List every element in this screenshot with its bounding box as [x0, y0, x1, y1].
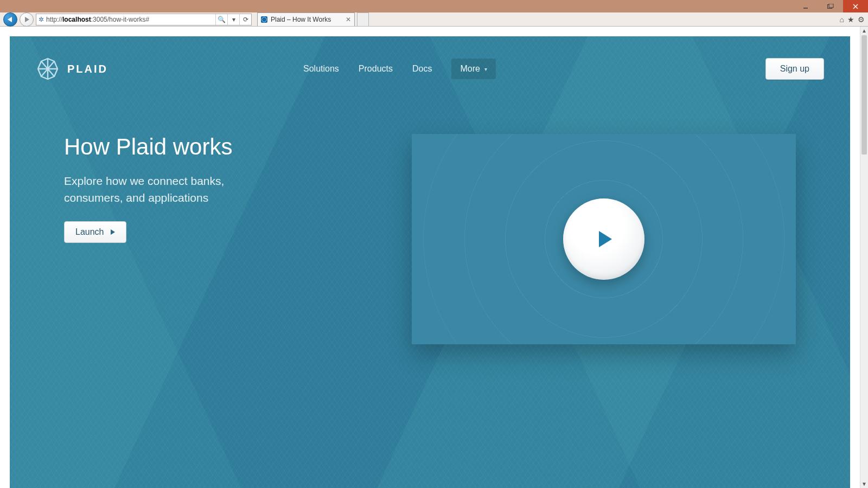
toolbar-right: ⌂ ★ ⚙ — [840, 12, 865, 27]
page-viewport: PLAID Solutions Products Docs More ▾ Sig… — [0, 27, 860, 488]
hero-section: How Plaid works Explore how we connect b… — [10, 101, 850, 344]
refresh-icon[interactable]: ⟳ — [239, 14, 251, 25]
tab-title: Plaid – How It Works — [271, 16, 331, 23]
dropdown-icon[interactable]: ▾ — [227, 14, 239, 25]
browser-tab[interactable]: Plaid – How It Works ✕ — [257, 12, 355, 26]
window-titlebar — [0, 0, 868, 12]
nav-more[interactable]: More ▾ — [451, 59, 495, 79]
primary-nav: Solutions Products Docs More ▾ — [303, 59, 496, 79]
url-path: :3005/how-it-works# — [91, 16, 149, 23]
video-preview[interactable] — [412, 134, 796, 344]
svg-rect-2 — [829, 4, 833, 8]
tab-favicon-icon — [261, 16, 267, 23]
home-icon[interactable]: ⌂ — [840, 15, 844, 24]
plaid-logo-icon — [36, 57, 60, 81]
nav-more-label: More — [460, 64, 480, 74]
arrow-left-icon — [8, 17, 12, 22]
chevron-down-icon: ▾ — [484, 66, 487, 72]
nav-forward-button[interactable] — [20, 12, 34, 27]
nav-products[interactable]: Products — [359, 64, 393, 74]
url-scheme: http:// — [46, 16, 62, 23]
scroll-down-icon[interactable]: ▼ — [860, 480, 868, 488]
arrow-right-icon — [25, 17, 29, 22]
hero-text: How Plaid works Explore how we connect b… — [64, 134, 270, 344]
nav-back-button[interactable] — [3, 12, 17, 27]
signup-button[interactable]: Sign up — [765, 58, 824, 80]
window-close-button[interactable] — [843, 0, 868, 12]
search-icon[interactable]: 🔍 — [215, 14, 227, 25]
new-tab-button[interactable] — [357, 12, 369, 26]
address-bar[interactable]: ✲ http://localhost:3005/how-it-works# 🔍 … — [36, 14, 252, 25]
favorites-icon[interactable]: ★ — [847, 15, 854, 24]
site-header: PLAID Solutions Products Docs More ▾ Sig… — [10, 36, 850, 101]
nav-docs[interactable]: Docs — [412, 64, 432, 74]
hero-subheading: Explore how we connect banks, consumers,… — [64, 173, 227, 206]
tools-icon[interactable]: ⚙ — [858, 15, 865, 24]
vertical-scrollbar[interactable]: ▲ ▼ — [860, 27, 868, 488]
site-favicon-icon: ✲ — [36, 16, 46, 23]
page: PLAID Solutions Products Docs More ▾ Sig… — [10, 36, 850, 488]
play-triangle-icon — [111, 229, 115, 235]
window-maximize-button[interactable] — [818, 0, 843, 12]
scroll-up-icon[interactable]: ▲ — [860, 27, 868, 35]
brand-logo[interactable]: PLAID — [36, 57, 108, 81]
nav-solutions[interactable]: Solutions — [303, 64, 339, 74]
url-text: http://localhost:3005/how-it-works# — [46, 16, 215, 23]
hero-heading: How Plaid works — [64, 134, 270, 160]
brand-name: PLAID — [67, 63, 108, 75]
url-host: localhost — [62, 16, 91, 23]
play-icon — [599, 231, 612, 247]
play-button[interactable] — [563, 198, 644, 280]
browser-toolbar: ✲ http://localhost:3005/how-it-works# 🔍 … — [0, 12, 868, 27]
window-minimize-button[interactable] — [793, 0, 818, 12]
scroll-thumb[interactable] — [861, 35, 867, 155]
launch-button[interactable]: Launch — [64, 221, 126, 243]
tab-close-button[interactable]: ✕ — [346, 16, 351, 23]
launch-label: Launch — [75, 227, 104, 237]
